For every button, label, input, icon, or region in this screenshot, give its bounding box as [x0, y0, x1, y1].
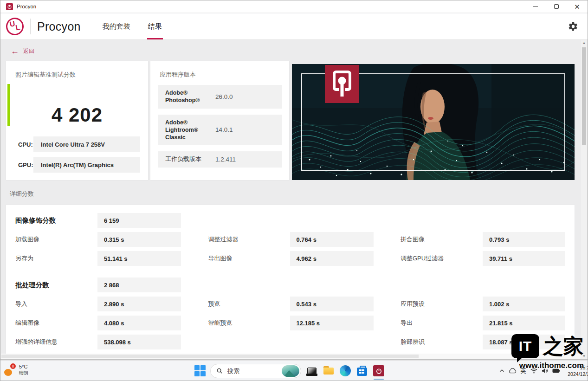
- metric-label: 调整GPU过滤器: [401, 254, 483, 263]
- minimize-button[interactable]: [525, 0, 546, 13]
- tab-my-suites[interactable]: 我的套装: [102, 13, 131, 39]
- metric-value: 39.711 s: [483, 251, 565, 266]
- search-input[interactable]: [226, 367, 277, 375]
- metric-value: 4.962 s: [290, 251, 374, 266]
- weather-condition: 晴朗: [19, 370, 28, 376]
- hero-image: [292, 64, 575, 180]
- detail-row: 导入 2.890 s 预览 0.543 s 应用预设 1.002 s: [15, 297, 565, 311]
- group-header-row: 批处理分数 2 868: [15, 278, 565, 292]
- horizontal-scrollbar[interactable]: [1, 354, 581, 359]
- benchmark-score: 4 202: [6, 104, 148, 126]
- version-row: 工作负载版本 1.2.411: [158, 151, 282, 168]
- detail-row: 另存为 51.141 s 导出图像 4.962 s 调整GPU过滤器 39.71…: [15, 251, 565, 266]
- detail-row: 增强的详细信息 538.098 s 脸部辨识 18.087 s: [15, 335, 565, 349]
- nav-tabs: 我的套装 结果: [94, 13, 171, 39]
- active-app-indicator: [374, 379, 384, 380]
- metric-value: 51.141 s: [97, 251, 181, 266]
- file-explorer-icon[interactable]: [323, 365, 335, 377]
- ithome-logo-cjk: 之家: [543, 336, 584, 356]
- detail-row: 加载图像 0.315 s 调整过滤器 0.764 s 拼合图像 0.793 s: [15, 232, 565, 247]
- version-row: Adobe® Photoshop® 26.0.0: [158, 85, 282, 109]
- ul-logo: UL: [4, 16, 25, 37]
- window-title: Procyon: [17, 4, 36, 9]
- metric-label: 编辑图像: [15, 319, 97, 327]
- metric-value: 538.098 s: [97, 335, 181, 349]
- metric-label: 预览: [208, 300, 290, 308]
- metric-value: 4.080 s: [97, 316, 181, 330]
- chevron-up-icon[interactable]: [499, 369, 504, 373]
- app-versions-card: 应用程序版本 Adobe® Photoshop® 26.0.0 Adobe® L…: [150, 61, 289, 180]
- metric-label: 调整过滤器: [208, 235, 290, 244]
- cpu-value: Intel Core Ultra 7 258V: [33, 136, 140, 152]
- detail-row: 编辑图像 4.080 s 智能预览 12.185 s 导出 21.815 s: [15, 316, 565, 330]
- group-name: 图像修饰分数: [15, 216, 97, 225]
- gpu-value: Intel(R) Arc(TM) Graphics: [33, 157, 140, 173]
- windows-taskbar: 5°C 晴朗 英: [0, 360, 588, 381]
- metric-label: 脸部辨识: [401, 338, 483, 346]
- microsoft-store-icon[interactable]: [356, 365, 368, 377]
- group-score: 6 159: [97, 213, 181, 228]
- app-version: 26.0.0: [215, 93, 233, 100]
- metric-value: 0.315 s: [97, 232, 181, 247]
- metric-label: 智能预览: [208, 319, 290, 327]
- weather-icon: [4, 363, 16, 377]
- version-row: Adobe® Lightroom® Classic 14.0.1: [158, 115, 282, 146]
- gear-icon[interactable]: [568, 21, 578, 32]
- app-name: Adobe® Photoshop®: [165, 89, 215, 104]
- metric-label: 另存为: [15, 254, 97, 263]
- gpu-label: GPU:: [6, 161, 33, 168]
- metric-value: 0.543 s: [290, 297, 374, 311]
- score-card-title: 照片编辑基准测试分数: [15, 71, 148, 79]
- start-button[interactable]: [194, 365, 206, 376]
- bing-daily-image[interactable]: [282, 365, 299, 377]
- weather-widget[interactable]: 5°C 晴朗: [4, 363, 28, 377]
- scroll-up-icon[interactable]: ▲: [581, 41, 587, 45]
- procyon-app-window: Procyon ✕ UL Procyon 我的套装 结果 ← 返回 照片编辑基准…: [0, 0, 588, 381]
- scrollbar-thumb[interactable]: [1, 355, 419, 358]
- ithome-url: www.ithome.com: [519, 361, 584, 370]
- back-label: 返回: [23, 47, 34, 55]
- tab-results[interactable]: 结果: [147, 13, 163, 39]
- procyon-hero-logo: [325, 65, 359, 103]
- dark-app-icon[interactable]: [306, 365, 318, 377]
- metric-label: 加载图像: [15, 235, 97, 244]
- group-name: 批处理分数: [15, 281, 97, 290]
- back-button[interactable]: ← 返回: [11, 47, 34, 55]
- cpu-label: CPU:: [6, 141, 33, 148]
- details-section-title: 详细分数: [10, 190, 34, 198]
- vertical-scrollbar[interactable]: ▲ ▼: [581, 40, 587, 359]
- app-name: 工作负载版本: [165, 155, 215, 163]
- metric-label: 导出: [401, 319, 483, 327]
- divider: [30, 19, 31, 34]
- scrollbar-thumb[interactable]: [582, 47, 586, 145]
- weather-temperature: 5°C: [19, 364, 28, 369]
- close-button[interactable]: ✕: [567, 0, 588, 13]
- benchmark-score-card: 照片编辑基准测试分数 4 202 CPU: Intel Core Ultra 7…: [6, 61, 148, 180]
- metric-label: 增强的详细信息: [15, 338, 97, 346]
- group-score: 2 868: [97, 278, 181, 292]
- app-version: 1.2.411: [215, 156, 236, 163]
- versions-card-title: 应用程序版本: [160, 71, 289, 79]
- ithome-logo: IT: [511, 334, 539, 358]
- procyon-app-icon: [6, 3, 13, 10]
- taskbar-search[interactable]: [210, 364, 301, 378]
- detailed-scores-card: 图像修饰分数 6 159 加载图像 0.315 s 调整过滤器 0.764 s …: [6, 205, 575, 357]
- app-header: UL Procyon 我的套装 结果: [0, 13, 588, 40]
- metric-label: 导入: [15, 300, 97, 308]
- edge-icon[interactable]: [339, 365, 351, 377]
- brand-title: Procyon: [37, 20, 81, 33]
- maximize-button[interactable]: [546, 0, 567, 13]
- app-version: 14.0.1: [215, 126, 233, 133]
- group-header-row: 图像修饰分数 6 159: [15, 213, 565, 228]
- metric-value: 2.890 s: [97, 297, 181, 311]
- arrow-left-icon: ←: [11, 47, 19, 55]
- metric-label: 拼合图像: [401, 235, 483, 244]
- ithome-watermark: IT 之家 www.ithome.com: [511, 334, 584, 370]
- metric-value: 0.793 s: [483, 232, 565, 247]
- metric-value: 0.764 s: [290, 232, 374, 247]
- app-name: Adobe® Lightroom® Classic: [165, 119, 215, 142]
- procyon-taskbar-icon[interactable]: [373, 365, 385, 377]
- metric-label: 导出图像: [208, 254, 290, 263]
- metric-label: 应用预设: [401, 300, 483, 308]
- tray-date: 2024/12/2: [564, 371, 588, 377]
